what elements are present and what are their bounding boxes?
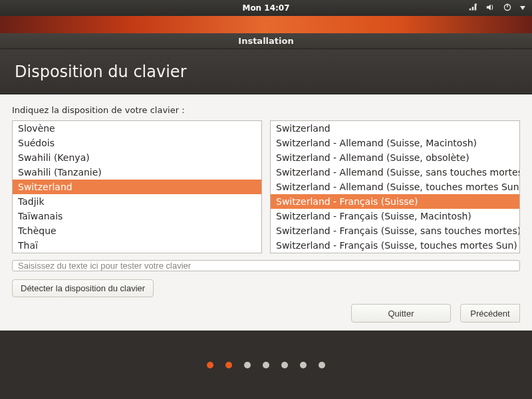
system-tray: ? bbox=[468, 0, 525, 16]
back-button[interactable]: Précédent bbox=[460, 304, 520, 323]
detect-layout-button[interactable]: Détecter la disposition du clavier bbox=[12, 279, 154, 297]
clock: Mon 14:07 bbox=[242, 3, 289, 13]
quit-button[interactable]: Quitter bbox=[351, 304, 451, 323]
network-icon[interactable]: ? bbox=[468, 3, 477, 14]
window-title: Installation bbox=[238, 36, 293, 46]
variant-row[interactable]: Switzerland - Allemand (Suisse, Macintos… bbox=[271, 136, 519, 150]
progress-dot bbox=[300, 362, 307, 368]
layout-row[interactable]: Tchèque bbox=[13, 223, 261, 238]
progress-dot bbox=[207, 362, 213, 368]
layout-row[interactable]: Tadjik bbox=[13, 194, 261, 209]
progress-dot bbox=[244, 362, 251, 368]
page-title: Disposition du clavier bbox=[15, 63, 187, 81]
variant-row[interactable]: Switzerland - Français (Suisse, sans tou… bbox=[271, 223, 519, 238]
progress-dot bbox=[225, 362, 232, 368]
layout-listbox[interactable]: SlovèneSuédoisSwahili (Kenya)Swahili (Ta… bbox=[12, 120, 262, 253]
variant-listbox[interactable]: SwitzerlandSwitzerland - Allemand (Suiss… bbox=[270, 120, 520, 253]
variant-row[interactable]: Switzerland - Allemand (Suisse, sans tou… bbox=[271, 165, 519, 180]
progress-dot bbox=[319, 362, 325, 368]
layout-row[interactable]: Thaï bbox=[13, 238, 261, 253]
page-heading-band: Disposition du clavier bbox=[0, 49, 532, 94]
svg-text:?: ? bbox=[475, 3, 477, 6]
progress-dot bbox=[263, 362, 269, 368]
layout-row[interactable]: Swahili (Kenya) bbox=[13, 150, 261, 165]
window-titlebar: Installation bbox=[0, 33, 532, 49]
variant-row[interactable]: Switzerland bbox=[271, 121, 519, 136]
layout-row[interactable]: Switzerland bbox=[13, 180, 261, 194]
variant-row[interactable]: Switzerland - Allemand (Suisse, obsolète… bbox=[271, 150, 519, 165]
layout-row[interactable]: Swahili (Tanzanie) bbox=[13, 165, 261, 180]
volume-icon[interactable] bbox=[485, 3, 495, 14]
session-menu-icon[interactable] bbox=[520, 6, 525, 10]
wizard-actions: Quitter Précédent bbox=[12, 297, 520, 323]
progress-footer bbox=[0, 331, 532, 399]
wallpaper-accent bbox=[0, 16, 532, 33]
layout-row[interactable]: Taïwanais bbox=[13, 209, 261, 223]
progress-dot bbox=[281, 362, 288, 368]
keyboard-lists: SlovèneSuédoisSwahili (Kenya)Swahili (Ta… bbox=[12, 120, 520, 253]
svg-rect-3 bbox=[507, 3, 507, 7]
variant-row[interactable]: Switzerland - Français (Suisse, Macintos… bbox=[271, 209, 519, 223]
power-icon[interactable] bbox=[503, 3, 512, 14]
prompt-label: Indiquez la disposition de votre clavier… bbox=[12, 105, 520, 115]
system-topbar: Mon 14:07 ? bbox=[0, 0, 532, 16]
variant-row[interactable]: Switzerland - Français (Suisse, touches … bbox=[271, 238, 519, 253]
variant-row[interactable]: Switzerland - Français (Suisse) bbox=[271, 194, 519, 209]
keyboard-test-input[interactable] bbox=[12, 260, 520, 271]
layout-row[interactable]: Suédois bbox=[13, 136, 261, 150]
content-area: Indiquez la disposition de votre clavier… bbox=[0, 94, 532, 331]
variant-row[interactable]: Switzerland - Allemand (Suisse, touches … bbox=[271, 180, 519, 194]
layout-row[interactable]: Slovène bbox=[13, 121, 261, 136]
